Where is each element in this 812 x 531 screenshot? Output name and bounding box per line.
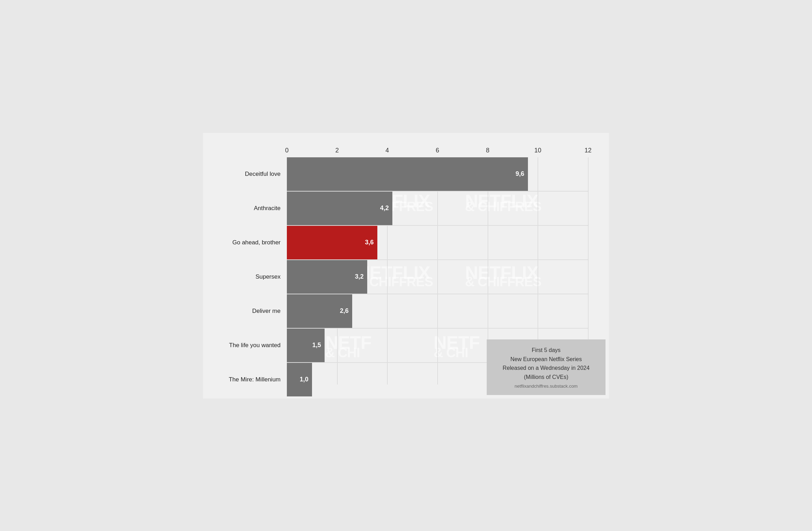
bar: 3,6: [287, 226, 377, 259]
bar-value: 3,6: [365, 239, 374, 246]
bar-value: 1,5: [312, 342, 321, 349]
bar-value: 1,0: [300, 376, 309, 383]
x-tick: 10: [534, 147, 541, 154]
info-line3: Released on a Wednesday in 2024: [503, 365, 590, 371]
x-tick: 6: [436, 147, 439, 154]
bar: 1,5: [287, 329, 325, 362]
info-box: First 5 days New European Netflix Series…: [487, 339, 606, 395]
bar-row: Deceitful love9,6: [210, 157, 588, 191]
bar-row: Supersex3,2: [210, 260, 588, 294]
bar-value: 3,2: [355, 273, 364, 280]
bar-label: Anthracite: [210, 205, 287, 212]
info-line4: (Millions of CVEs): [524, 374, 568, 380]
bar-label: Deceitful love: [210, 171, 287, 178]
bar: 9,6: [287, 157, 528, 191]
chart-container: NETFLIX NETFLIX & CHIFFRES & CHIFFRES NE…: [203, 133, 609, 399]
x-axis: 024681012: [287, 147, 588, 157]
bar-value: 2,6: [340, 307, 349, 315]
x-tick: 2: [335, 147, 339, 154]
bar-row: Go ahead, brother3,6: [210, 226, 588, 259]
bar: 2,6: [287, 294, 352, 328]
x-tick: 4: [385, 147, 389, 154]
info-box-text: First 5 days New European Netflix Series…: [494, 346, 598, 381]
bar-label: Supersex: [210, 273, 287, 280]
bar-label: The Mire: Millenium: [210, 376, 287, 383]
x-tick: 0: [285, 147, 289, 154]
bar: 1,0: [287, 363, 312, 396]
bar-label: Deliver me: [210, 308, 287, 315]
bar-label: The life you wanted: [210, 342, 287, 349]
x-tick: 8: [486, 147, 490, 154]
info-box-url: netflixandchiffres.substack.com: [494, 383, 598, 389]
info-line1: First 5 days: [532, 347, 561, 353]
bar-track: 3,6: [287, 226, 588, 259]
x-tick: 12: [585, 147, 592, 154]
bar-track: 3,2: [287, 260, 588, 294]
bar: 4,2: [287, 192, 392, 225]
bar-label: Go ahead, brother: [210, 239, 287, 246]
bar: 3,2: [287, 260, 367, 294]
bar-value: 9,6: [516, 170, 524, 178]
bar-track: 4,2: [287, 192, 588, 225]
bar-value: 4,2: [380, 204, 389, 212]
info-line2: New European Netflix Series: [510, 356, 582, 362]
bar-row: Deliver me2,6: [210, 294, 588, 328]
bar-track: 2,6: [287, 294, 588, 328]
bar-track: 9,6: [287, 157, 588, 191]
bar-row: Anthracite4,2: [210, 192, 588, 225]
